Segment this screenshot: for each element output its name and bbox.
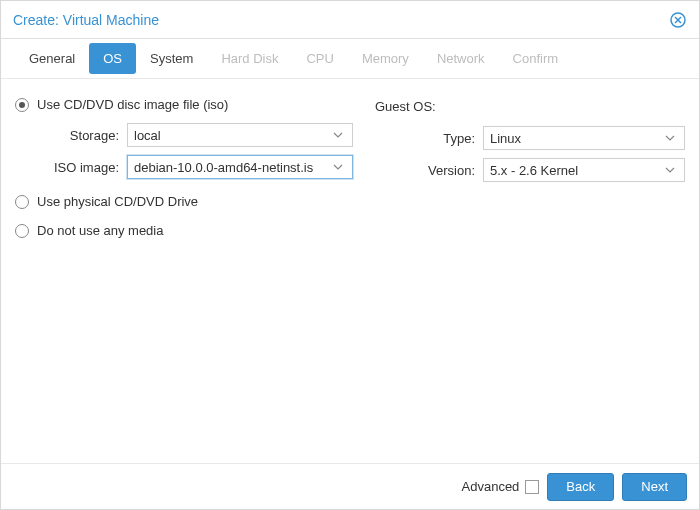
footer: Advanced Back Next xyxy=(1,463,699,509)
iso-value: debian-10.0.0-amd64-netinst.is xyxy=(134,160,330,175)
tab-memory: Memory xyxy=(348,43,423,74)
version-field: Version: 5.x - 2.6 Kernel xyxy=(375,157,685,183)
type-label: Type: xyxy=(375,131,483,146)
type-value: Linux xyxy=(490,131,662,146)
storage-combo[interactable]: local xyxy=(127,123,353,147)
close-icon xyxy=(670,12,686,28)
chevron-down-icon xyxy=(330,130,346,140)
radio-iso-row[interactable]: Use CD/DVD disc image file (iso) xyxy=(15,97,353,112)
radio-none-row[interactable]: Do not use any media xyxy=(15,223,353,238)
storage-label: Storage: xyxy=(31,128,127,143)
radio-iso[interactable] xyxy=(15,98,29,112)
chevron-down-icon xyxy=(330,162,346,172)
next-button[interactable]: Next xyxy=(622,473,687,501)
iso-label: ISO image: xyxy=(31,160,127,175)
radio-none[interactable] xyxy=(15,224,29,238)
titlebar: Create: Virtual Machine xyxy=(1,1,699,39)
create-vm-dialog: Create: Virtual Machine General OS Syste… xyxy=(0,0,700,510)
radio-physical[interactable] xyxy=(15,195,29,209)
type-combo[interactable]: Linux xyxy=(483,126,685,150)
close-button[interactable] xyxy=(669,11,687,29)
version-label: Version: xyxy=(375,163,483,178)
tab-network: Network xyxy=(423,43,499,74)
advanced-checkbox[interactable] xyxy=(525,480,539,494)
chevron-down-icon xyxy=(662,133,678,143)
tab-general[interactable]: General xyxy=(15,43,89,74)
iso-fields: Storage: local ISO image: debian-10.0.0-… xyxy=(15,122,353,180)
radio-physical-label: Use physical CD/DVD Drive xyxy=(37,194,198,209)
iso-combo[interactable]: debian-10.0.0-amd64-netinst.is xyxy=(127,155,353,179)
tab-system[interactable]: System xyxy=(136,43,207,74)
media-column: Use CD/DVD disc image file (iso) Storage… xyxy=(15,97,353,453)
type-field: Type: Linux xyxy=(375,125,685,151)
radio-physical-row[interactable]: Use physical CD/DVD Drive xyxy=(15,194,353,209)
advanced-toggle[interactable]: Advanced xyxy=(462,479,540,494)
tab-cpu: CPU xyxy=(292,43,347,74)
guest-os-column: Guest OS: Type: Linux Version: 5.x - 2.6… xyxy=(375,97,685,453)
chevron-down-icon xyxy=(662,165,678,175)
guest-os-heading: Guest OS: xyxy=(375,97,685,115)
tab-os[interactable]: OS xyxy=(89,43,136,74)
storage-value: local xyxy=(134,128,330,143)
tab-confirm: Confirm xyxy=(499,43,573,74)
version-combo[interactable]: 5.x - 2.6 Kernel xyxy=(483,158,685,182)
iso-field: ISO image: debian-10.0.0-amd64-netinst.i… xyxy=(31,154,353,180)
wizard-content: Use CD/DVD disc image file (iso) Storage… xyxy=(1,79,699,463)
wizard-tabs: General OS System Hard Disk CPU Memory N… xyxy=(1,39,699,79)
version-value: 5.x - 2.6 Kernel xyxy=(490,163,662,178)
radio-none-label: Do not use any media xyxy=(37,223,163,238)
back-button[interactable]: Back xyxy=(547,473,614,501)
storage-field: Storage: local xyxy=(31,122,353,148)
dialog-title: Create: Virtual Machine xyxy=(13,12,159,28)
tab-harddisk: Hard Disk xyxy=(207,43,292,74)
radio-iso-label: Use CD/DVD disc image file (iso) xyxy=(37,97,228,112)
advanced-label: Advanced xyxy=(462,479,520,494)
